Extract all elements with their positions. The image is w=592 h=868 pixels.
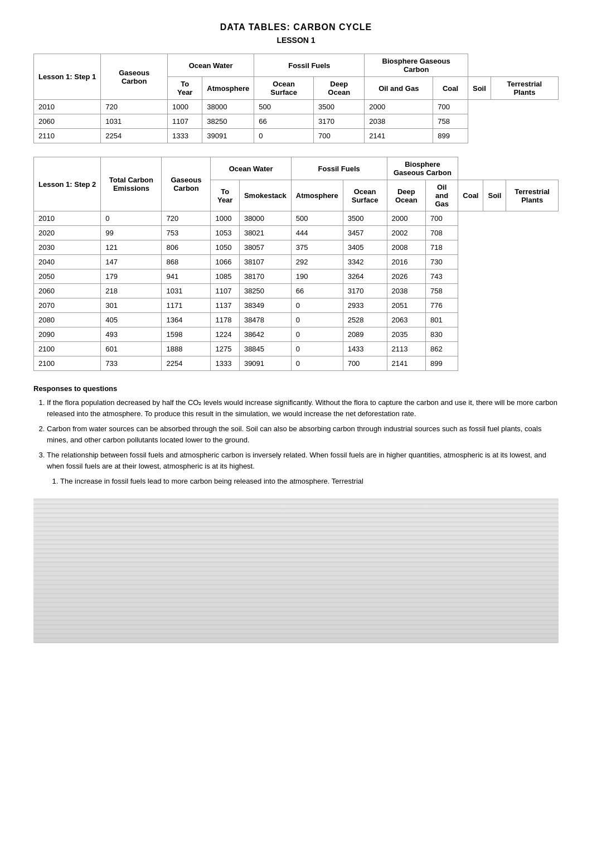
table-row: 2100 601 1888 1275 38845 0 1433 2113 862 [34,342,559,356]
t2-smokestack-10: 733 [101,356,162,371]
t1-coal-1: 3170 [314,114,365,129]
t2-terrestrial-8: 830 [426,327,458,342]
t2-oil-gas-1: 444 [291,226,343,240]
t1-deep-ocean-0: 38000 [202,100,254,114]
t2-atmosphere-6: 1171 [162,298,211,313]
t1-atmosphere-2: 2254 [101,129,168,143]
t2-ocean-surface-1: 1053 [211,226,239,240]
t2-coal-8: 2089 [343,327,387,342]
responses-heading: Responses to questions [33,384,559,393]
t2-ocean-surface-10: 1333 [211,356,239,371]
t2-oil-gas-0: 500 [291,211,343,226]
t2-oil-gas-4: 190 [291,269,343,284]
table1-to-year-label: To Year [168,77,202,100]
table-row: 2030 121 806 1050 38057 375 3405 2008 71… [34,240,559,255]
t2-oil-gas-8: 0 [291,327,343,342]
t2-atmosphere-1: 753 [162,226,211,240]
table1-ocean-surface-subheader: Ocean Surface [254,77,314,100]
t1-deep-ocean-1: 38250 [202,114,254,129]
table2-gaseous-carbon-header: Gaseous Carbon [162,157,211,211]
t2-ocean-surface-4: 1085 [211,269,239,284]
table1-biosphere-header: Biosphere Gaseous Carbon [365,54,468,77]
table2-oil-gas-subheader: Oil and Gas [426,180,458,211]
table2-terrestrial-subheader: Terrestrial Plants [506,180,559,211]
t2-year-10: 2100 [34,356,101,371]
t2-oil-gas-6: 0 [291,298,343,313]
t2-terrestrial-7: 801 [426,313,458,327]
t1-deep-ocean-2: 39091 [202,129,254,143]
table2-smokestack-subheader: Smokestack [239,180,291,211]
t2-coal-7: 2528 [343,313,387,327]
t2-soil-10: 2141 [387,356,425,371]
table1-soil-subheader: Soil [468,77,491,100]
table2-step-header: Lesson 1: Step 2 [34,157,101,211]
t1-ocean-surface-0: 1000 [168,100,202,114]
t2-atmosphere-10: 2254 [162,356,211,371]
response-sub-item-1: The increase in fossil fuels lead to mor… [60,476,559,487]
t2-ocean-surface-3: 1066 [211,255,239,269]
t2-deep-ocean-7: 38478 [239,313,291,327]
table1-coal-subheader: Coal [433,77,468,100]
table-row: 2080 405 1364 1178 38478 0 2528 2063 801 [34,313,559,327]
t2-smokestack-3: 147 [101,255,162,269]
t2-deep-ocean-0: 38000 [239,211,291,226]
t2-smokestack-6: 301 [101,298,162,313]
t2-year-9: 2100 [34,342,101,356]
t1-ocean-surface-2: 1333 [168,129,202,143]
t1-oil-gas-0: 500 [254,100,314,114]
lesson-title: LESSON 1 [33,36,559,45]
t1-atmosphere-1: 1031 [101,114,168,129]
t2-atmosphere-5: 1031 [162,284,211,298]
t2-year-6: 2070 [34,298,101,313]
table-row: 2020 99 753 1053 38021 444 3457 2002 708 [34,226,559,240]
t1-year-1: 2060 [34,114,101,129]
table2-fossil-fuels-header: Fossil Fuels [291,157,387,180]
table2-biosphere-header: Biosphere Gaseous Carbon [387,157,458,180]
t1-oil-gas-1: 66 [254,114,314,129]
t2-soil-5: 2038 [387,284,425,298]
table2-deep-ocean-subheader: Deep Ocean [387,180,425,211]
table-row: 2040 147 868 1066 38107 292 3342 2016 73… [34,255,559,269]
t2-smokestack-0: 0 [101,211,162,226]
table-row: 2050 179 941 1085 38170 190 3264 2026 74… [34,269,559,284]
t2-ocean-surface-7: 1178 [211,313,239,327]
t2-year-5: 2060 [34,284,101,298]
response-sub-list: The increase in fossil fuels lead to mor… [47,476,559,487]
t1-soil-1: 2038 [365,114,433,129]
table-row: 2070 301 1171 1137 38349 0 2933 2051 776 [34,298,559,313]
page-title: DATA TABLES: CARBON CYCLE [33,22,559,32]
t2-soil-7: 2063 [387,313,425,327]
t2-atmosphere-4: 941 [162,269,211,284]
t2-atmosphere-2: 806 [162,240,211,255]
t2-ocean-surface-2: 1050 [211,240,239,255]
t2-year-7: 2080 [34,313,101,327]
t2-smokestack-2: 121 [101,240,162,255]
t2-coal-5: 3170 [343,284,387,298]
table1-ocean-water-header: Ocean Water [168,54,254,77]
t2-ocean-surface-8: 1224 [211,327,239,342]
t2-smokestack-9: 601 [101,342,162,356]
t2-oil-gas-10: 0 [291,356,343,371]
t2-terrestrial-9: 862 [426,342,458,356]
table-row: 2010 720 1000 38000 500 3500 2000 700 [34,100,559,114]
t2-terrestrial-1: 708 [426,226,458,240]
response-item-1: If the flora population decreased by hal… [47,397,559,419]
t2-year-2: 2030 [34,240,101,255]
table1-atmosphere-subheader: Atmosphere [202,77,254,100]
t2-soil-3: 2016 [387,255,425,269]
table-row: 2060 218 1031 1107 38250 66 3170 2038 75… [34,284,559,298]
t2-coal-6: 2933 [343,298,387,313]
t2-terrestrial-4: 743 [426,269,458,284]
t1-terrestrial-1: 758 [433,114,468,129]
t1-ocean-surface-1: 1107 [168,114,202,129]
table2-ocean-water-header: Ocean Water [211,157,291,180]
table-row: 2060 1031 1107 38250 66 3170 2038 758 [34,114,559,129]
t2-deep-ocean-1: 38021 [239,226,291,240]
t2-soil-1: 2002 [387,226,425,240]
table2-atmosphere-subheader: Atmosphere [291,180,343,211]
table2-total-carbon-header: Total Carbon Emissions [101,157,162,211]
table2-ocean-surface-subheader: Ocean Surface [343,180,387,211]
t2-deep-ocean-8: 38642 [239,327,291,342]
t2-soil-6: 2051 [387,298,425,313]
t2-deep-ocean-3: 38107 [239,255,291,269]
